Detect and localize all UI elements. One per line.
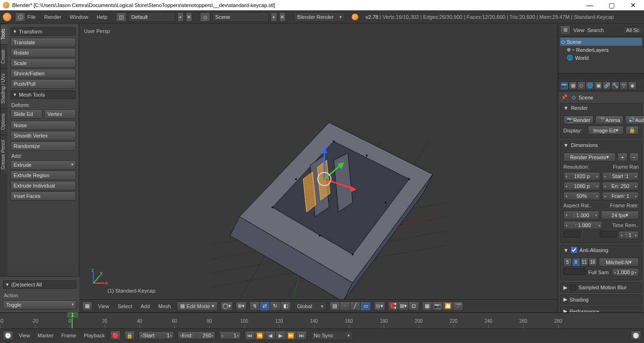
inset-faces-button[interactable]: Inset Faces	[10, 191, 76, 201]
aa-enable-checkbox[interactable]	[571, 247, 577, 253]
maximize-button[interactable]: ▢	[601, 0, 622, 10]
operator-panel-header[interactable]: ▼(De)select All	[3, 280, 76, 289]
menu-render[interactable]: Render	[44, 14, 61, 20]
keyframe-prev-icon[interactable]: ⏪	[255, 331, 265, 340]
start-frame-field[interactable]: Start: 1	[139, 331, 174, 340]
smb-checkbox[interactable]	[570, 284, 576, 291]
frame-step-field[interactable]: Fram: 1	[602, 192, 639, 200]
tab-tools[interactable]: Tools	[0, 24, 8, 44]
render-button[interactable]: 📷Render	[563, 115, 594, 124]
layers-icon[interactable]: ▦	[422, 302, 432, 311]
transform-panel-header[interactable]: ▼Transform	[10, 27, 76, 36]
editor-type-icon[interactable]: ≣	[560, 25, 570, 35]
current-frame-field[interactable]: 1	[219, 331, 240, 340]
keyframe-next-icon[interactable]: ⏩	[286, 331, 297, 340]
back-to-previous-icon[interactable]: ◫	[116, 12, 126, 22]
start-frame-field[interactable]: Start :1	[602, 172, 639, 180]
end-frame-field[interactable]: En: 250	[602, 182, 639, 190]
prop-tab-scene-icon[interactable]: ◇	[577, 82, 586, 90]
aa-5-button[interactable]: 5	[563, 258, 572, 267]
auto-keyframe-icon[interactable]: 🔴	[110, 331, 121, 340]
border-checkbox[interactable]	[563, 231, 580, 237]
auto-key-options-icon[interactable]: ⚪	[631, 331, 641, 340]
slide-vertex-button[interactable]: Vertex	[44, 109, 76, 119]
prop-tab-world-icon[interactable]: 🌐	[586, 82, 594, 90]
editor-type-icon[interactable]: ⓘ	[15, 12, 25, 22]
rotate-manipulator-icon[interactable]: ↻	[270, 302, 281, 311]
prop-tab-renderlayers-icon[interactable]: ▦	[569, 82, 577, 90]
keying-set-icon[interactable]: 🔒	[124, 331, 135, 340]
orientation-dropdown[interactable]: Global▾	[294, 302, 327, 311]
limit-selection-icon[interactable]: ▧	[330, 302, 340, 311]
prop-tab-material-icon[interactable]: ◉	[628, 82, 636, 90]
resolution-y-field[interactable]: 1080 p	[563, 182, 600, 190]
tl-menu-view[interactable]: View	[17, 333, 32, 338]
fps-dropdown[interactable]: 24 fps ▾	[601, 211, 639, 220]
display-mode-dropdown[interactable]: Image Ed ▾	[588, 126, 624, 135]
extrude-individual-button[interactable]: Extrude Individual	[10, 181, 76, 190]
render-section-header[interactable]: ▼ Render	[561, 104, 642, 112]
prop-tab-render-icon[interactable]: 📷	[560, 82, 569, 90]
lock-interface-icon[interactable]: 🔒	[626, 126, 639, 135]
outliner[interactable]: ◇ Scene ⊕ ▫ RenderLayers 🌐 World	[558, 37, 644, 74]
randomize-button[interactable]: Randomize	[10, 141, 76, 151]
mesh-tools-panel-header[interactable]: ▼Mesh Tools	[10, 90, 76, 99]
time-remap-field[interactable]: : 1	[619, 231, 639, 239]
tab-grease-pencil[interactable]: Grease Pencil	[0, 135, 8, 174]
action-dropdown[interactable]: Toggle	[3, 300, 76, 310]
outliner-menu-search[interactable]: Search	[587, 27, 604, 33]
dimensions-section-header[interactable]: ▼ Dimensions	[561, 141, 642, 149]
close-button[interactable]: ✕	[622, 0, 644, 10]
add-layout-button[interactable]: +	[177, 12, 184, 22]
tab-create[interactable]: Create	[0, 44, 8, 68]
outliner-renderlayers-row[interactable]: ⊕ ▫ RenderLayers	[560, 46, 642, 54]
aa-section-header[interactable]: ▼ Anti-Aliasing	[561, 245, 642, 254]
menu-file[interactable]: File	[27, 14, 36, 20]
end-frame-field[interactable]: End: 250	[178, 331, 215, 340]
play-reverse-icon[interactable]: ◀	[265, 331, 276, 340]
opengl-render-icon[interactable]: 🎦	[443, 302, 453, 311]
smooth-vertex-button[interactable]: Smooth Vertex	[10, 131, 76, 140]
aa-16-button[interactable]: 16	[588, 258, 597, 267]
slide-edge-button[interactable]: Slide Ed	[10, 109, 42, 119]
translate-button[interactable]: Translate	[10, 38, 76, 47]
timeline-ruler[interactable]: 1 -40-2002040608010012014016018020022024…	[0, 313, 644, 329]
tl-menu-frame[interactable]: Frame	[59, 333, 78, 338]
outliner-display-mode[interactable]: All Sc	[623, 26, 642, 34]
resolution-pct-field[interactable]: 50%	[563, 192, 600, 200]
rotate-button[interactable]: Rotate	[10, 48, 76, 57]
prop-tab-constraints-icon[interactable]: 🔗	[603, 82, 611, 90]
scale-manipulator-icon[interactable]: ◧	[281, 302, 291, 311]
vp-menu-add[interactable]: Add	[138, 303, 153, 309]
push-pull-button[interactable]: Push/Pull	[10, 79, 76, 89]
tl-menu-playback[interactable]: Playback	[82, 333, 107, 338]
mode-dropdown[interactable]: ▦ Edit Mode ▾	[177, 302, 218, 311]
editor-type-icon[interactable]: 🕒	[3, 331, 13, 340]
timeline-playhead[interactable]: 1	[72, 313, 73, 328]
shading-header[interactable]: ▶ Shading	[561, 295, 642, 304]
tab-shading-uvs[interactable]: Shading / UVs	[0, 68, 8, 108]
full-sample-checkbox[interactable]	[563, 268, 586, 275]
minimize-button[interactable]: —	[579, 0, 601, 10]
vertex-select-icon[interactable]: ⋅	[340, 302, 350, 311]
noise-button[interactable]: Noise	[10, 121, 76, 130]
manipulator-toggle-icon[interactable]: ↯	[249, 302, 260, 311]
prop-tab-object-icon[interactable]: ▣	[594, 82, 603, 90]
jump-end-icon[interactable]: ⏭	[297, 331, 307, 340]
scene-browse-icon[interactable]: ◇	[200, 12, 210, 22]
tl-menu-marker[interactable]: Marker	[36, 333, 56, 338]
sync-mode-dropdown[interactable]: No Sync▾	[311, 331, 353, 340]
edge-select-icon[interactable]: ╱	[350, 302, 361, 311]
filter-size-field[interactable]: 1.000 p	[612, 268, 639, 277]
editor-type-icon[interactable]: ▦	[82, 302, 92, 311]
extrude-dropdown[interactable]: Extrude	[10, 160, 76, 170]
tab-options[interactable]: Options	[0, 108, 8, 134]
menu-help[interactable]: Help	[97, 14, 107, 20]
menu-window[interactable]: Window	[70, 14, 88, 20]
crop-checkbox[interactable]	[600, 231, 617, 237]
aa-11-button[interactable]: 11	[580, 258, 589, 267]
scale-button[interactable]: Scale	[10, 58, 76, 68]
proportional-edit-icon[interactable]: ◎▾	[374, 302, 385, 311]
remove-preset-button[interactable]: −	[629, 153, 639, 162]
translate-manipulator-icon[interactable]: ⇄	[260, 302, 270, 311]
